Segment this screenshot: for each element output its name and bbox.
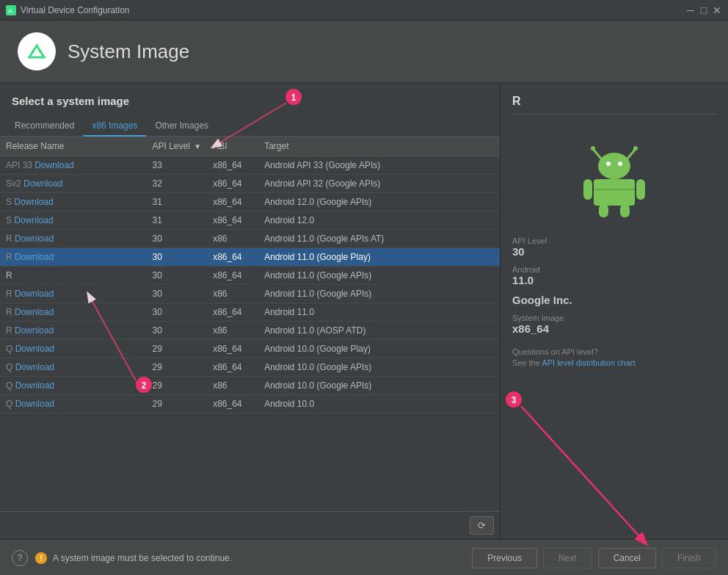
svg-rect-16 xyxy=(620,204,630,217)
svg-point-6 xyxy=(591,146,595,151)
release-prefix: API 33 xyxy=(6,160,34,170)
abi-cell: x86_64 xyxy=(207,358,258,377)
table-row[interactable]: S Download31x86_64Android 12.0 (Google A… xyxy=(0,193,500,211)
api-level-cell: 29 xyxy=(147,377,208,395)
table-row[interactable]: Q Download29x86_64Android 10.0 xyxy=(0,395,500,413)
api-level-cell: 31 xyxy=(147,211,208,230)
finish-button[interactable]: Finish xyxy=(662,548,716,568)
abi-cell: x86_64 xyxy=(207,156,258,175)
table-row[interactable]: S Download31x86_64Android 12.0 xyxy=(0,211,500,230)
svg-rect-15 xyxy=(599,204,608,217)
target-cell: Android API 32 (Google APIs) xyxy=(258,175,500,193)
table-body: API 33 Download33x86_64Android API 33 (G… xyxy=(0,156,500,413)
col-release-name: Release Name xyxy=(0,137,147,156)
target-cell: Android 10.0 (Google APIs) xyxy=(258,377,500,395)
target-cell: Android 11.0 xyxy=(258,303,500,322)
target-cell: Android API 33 (Google APIs) xyxy=(258,156,500,175)
sort-icon: ▼ xyxy=(194,142,201,151)
release-name-cell: API 33 Download xyxy=(0,156,147,175)
tab-other-images[interactable]: Other Images xyxy=(146,116,217,137)
col-abi: ABI xyxy=(207,137,258,156)
cancel-button[interactable]: Cancel xyxy=(598,548,656,568)
title-bar: A Virtual Device Configuration ─ □ ✕ xyxy=(0,0,728,21)
release-prefix: Q xyxy=(6,380,15,391)
info-section: API Level 30 Android 11.0 Google Inc. Sy… xyxy=(512,236,716,335)
download-link[interactable]: Download xyxy=(15,234,54,244)
abi-cell: x86_64 xyxy=(207,175,258,193)
api-level-value: 30 xyxy=(512,245,716,258)
download-link[interactable]: Download xyxy=(14,197,53,207)
right-panel: R xyxy=(500,83,728,539)
table-row[interactable]: R Download30x86Android 11.0 (Google APIs… xyxy=(0,285,500,303)
maximize-button[interactable]: □ xyxy=(699,5,709,15)
api-level-cell: 29 xyxy=(147,340,208,358)
abi-cell: x86_64 xyxy=(207,267,258,285)
col-api-level[interactable]: API Level ▼ xyxy=(147,137,208,156)
target-cell: Android 11.0 (Google APIs) xyxy=(258,285,500,303)
target-cell: Android 12.0 (Google APIs) xyxy=(258,193,500,211)
table-row[interactable]: Q Download29x86Android 10.0 (Google APIs… xyxy=(0,377,500,395)
refresh-button[interactable]: ⟳ xyxy=(470,516,494,535)
abi-cell: x86_64 xyxy=(207,395,258,413)
table-container[interactable]: Release Name API Level ▼ ABI Target API … xyxy=(0,137,500,511)
close-button[interactable]: ✕ xyxy=(712,5,722,15)
release-prefix: Q xyxy=(6,399,15,409)
bottom-buttons: Previous Next Cancel Finish xyxy=(472,548,716,568)
table-footer: ⟳ xyxy=(0,511,500,539)
svg-point-4 xyxy=(39,50,42,53)
window-title: Virtual Device Configuration xyxy=(21,5,130,15)
abi-cell: x86_64 xyxy=(207,303,258,322)
abi-cell: x86_64 xyxy=(207,248,258,267)
api-level-chart-link[interactable]: API level distribution chart xyxy=(542,358,635,367)
abi-cell: x86_64 xyxy=(207,340,258,358)
download-link[interactable]: Download xyxy=(15,362,54,372)
minimize-button[interactable]: ─ xyxy=(685,5,696,15)
table-row[interactable]: R Download30x86Android 11.0 (AOSP ATD) xyxy=(0,322,500,340)
abi-cell: x86_64 xyxy=(207,211,258,230)
table-row[interactable]: R Download30x86Android 11.0 (Google APIs… xyxy=(0,230,500,248)
release-name-cell: R Download xyxy=(0,322,147,340)
previous-button[interactable]: Previous xyxy=(472,548,537,568)
table-row[interactable]: Q Download29x86_64Android 10.0 (Google A… xyxy=(0,358,500,377)
download-link[interactable]: Download xyxy=(34,160,73,170)
api-level-cell: 30 xyxy=(147,267,208,285)
download-link[interactable]: Download xyxy=(23,178,62,189)
abi-cell: x86_64 xyxy=(207,193,258,211)
release-prefix: R xyxy=(6,234,15,244)
help-button[interactable]: ? xyxy=(12,550,28,566)
system-image-info: System Image x86_64 xyxy=(512,314,716,335)
download-link[interactable]: Download xyxy=(15,325,54,336)
table-row[interactable]: R Download30x86_64Android 11.0 (Google P… xyxy=(0,248,500,267)
download-link[interactable]: Download xyxy=(15,399,54,409)
table-row[interactable]: R30x86_64Android 11.0 (Google APIs) xyxy=(0,267,500,285)
download-link[interactable]: Download xyxy=(14,215,53,225)
release-prefix: R xyxy=(6,252,15,262)
download-link[interactable]: Download xyxy=(15,252,54,262)
download-link[interactable]: Download xyxy=(15,344,54,354)
col-target: Target xyxy=(258,137,500,156)
title-bar-controls: ─ □ ✕ xyxy=(685,5,722,15)
warning-icon: ! xyxy=(35,552,47,564)
table-row[interactable]: API 33 Download33x86_64Android API 33 (G… xyxy=(0,156,500,175)
svg-point-3 xyxy=(32,50,34,53)
api-level-label: API Level xyxy=(512,236,716,245)
warning-text: A system image must be selected to conti… xyxy=(53,553,232,563)
svg-point-9 xyxy=(598,153,630,179)
section-title: Select a system image xyxy=(0,95,500,116)
tabs: Recommended x86 Images Other Images xyxy=(0,116,500,137)
release-name-cell: S Download xyxy=(0,211,147,230)
download-link[interactable]: Download xyxy=(15,289,54,299)
target-cell: Android 11.0 (Google APIs AT) xyxy=(258,230,500,248)
table-header-row: Release Name API Level ▼ ABI Target xyxy=(0,137,500,156)
tab-recommended[interactable]: Recommended xyxy=(6,116,83,137)
download-link[interactable]: Download xyxy=(15,380,54,391)
table-row[interactable]: R Download30x86_64Android 11.0 xyxy=(0,303,500,322)
table-row[interactable]: Q Download29x86_64Android 10.0 (Google P… xyxy=(0,340,500,358)
download-link[interactable]: Download xyxy=(15,307,54,317)
tab-x86-images[interactable]: x86 Images xyxy=(83,116,146,137)
next-button[interactable]: Next xyxy=(543,548,592,568)
title-bar-left: A Virtual Device Configuration xyxy=(6,5,130,15)
table-row[interactable]: Sv2 Download32x86_64Android API 32 (Goog… xyxy=(0,175,500,193)
abi-cell: x86 xyxy=(207,230,258,248)
android-robot-illustration xyxy=(512,138,716,219)
